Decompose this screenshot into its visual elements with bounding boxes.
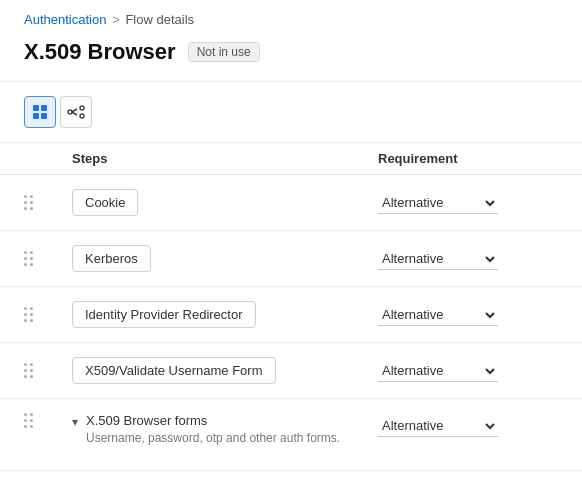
table-header: Steps Requirement (0, 143, 582, 175)
header-drag (24, 151, 72, 166)
status-badge: Not in use (188, 42, 260, 62)
requirement-column-header: Requirement (378, 151, 558, 166)
requirement-select[interactable]: Alternative Required Optional Disabled (378, 415, 498, 437)
breadcrumb-current: Flow details (125, 12, 194, 27)
requirement-cell: Alternative Required Optional Disabled (378, 248, 558, 270)
step-info: X.509 Browser forms Username, password, … (86, 413, 340, 445)
collapse-button[interactable]: ▾ (72, 415, 78, 429)
step-main-label: X.509 Browser forms (86, 413, 340, 428)
drag-handle[interactable] (24, 411, 72, 428)
breadcrumb-parent[interactable]: Authentication (24, 12, 106, 27)
svg-rect-0 (33, 105, 39, 111)
table-row: Identity Provider Redirector Alternative… (0, 287, 582, 343)
requirement-select[interactable]: Alternative Required Optional Disabled (378, 360, 498, 382)
step-cell: Identity Provider Redirector (72, 301, 378, 328)
page-title: X.509 Browser (24, 39, 176, 65)
breadcrumb: Authentication > Flow details (0, 0, 582, 35)
drag-handle[interactable] (24, 251, 72, 266)
requirement-select[interactable]: Alternative Required Optional Disabled (378, 304, 498, 326)
svg-rect-2 (33, 113, 39, 119)
step-name: Cookie (72, 189, 138, 216)
flow-table: Steps Requirement Cookie Alternative Req… (0, 143, 582, 471)
step-name: Kerberos (72, 245, 151, 272)
step-name: X509/Validate Username Form (72, 357, 276, 384)
table-row-expandable: ▾ X.509 Browser forms Username, password… (0, 399, 582, 471)
table-row: X509/Validate Username Form Alternative … (0, 343, 582, 399)
svg-point-4 (68, 110, 72, 114)
drag-handle[interactable] (24, 195, 72, 210)
page-header: X.509 Browser Not in use (0, 35, 582, 82)
svg-rect-1 (41, 105, 47, 111)
svg-line-8 (72, 112, 77, 115)
requirement-cell: Alternative Required Optional Disabled (378, 360, 558, 382)
table-row: Cookie Alternative Required Optional Dis… (0, 175, 582, 231)
step-cell: X509/Validate Username Form (72, 357, 378, 384)
requirement-cell: Alternative Required Optional Disabled (378, 411, 558, 437)
table-row: Kerberos Alternative Required Optional D… (0, 231, 582, 287)
step-cell-expandable: ▾ X.509 Browser forms Username, password… (72, 411, 378, 445)
svg-point-5 (80, 106, 84, 110)
toolbar (0, 82, 582, 143)
svg-line-7 (72, 109, 77, 112)
requirement-select[interactable]: Alternative Required Optional Disabled (378, 248, 498, 270)
requirement-cell: Alternative Required Optional Disabled (378, 304, 558, 326)
drag-handle[interactable] (24, 307, 72, 322)
breadcrumb-separator: > (112, 13, 119, 27)
flow-view-button[interactable] (60, 96, 92, 128)
step-name: Identity Provider Redirector (72, 301, 256, 328)
drag-handle[interactable] (24, 363, 72, 378)
requirement-select[interactable]: Alternative Required Optional Disabled (378, 192, 498, 214)
step-cell: Cookie (72, 189, 378, 216)
svg-rect-3 (41, 113, 47, 119)
grid-view-button[interactable] (24, 96, 56, 128)
step-cell: Kerberos (72, 245, 378, 272)
steps-column-header: Steps (72, 151, 378, 166)
step-sub-label: Username, password, otp and other auth f… (86, 431, 340, 445)
svg-point-6 (80, 114, 84, 118)
requirement-cell: Alternative Required Optional Disabled (378, 192, 558, 214)
